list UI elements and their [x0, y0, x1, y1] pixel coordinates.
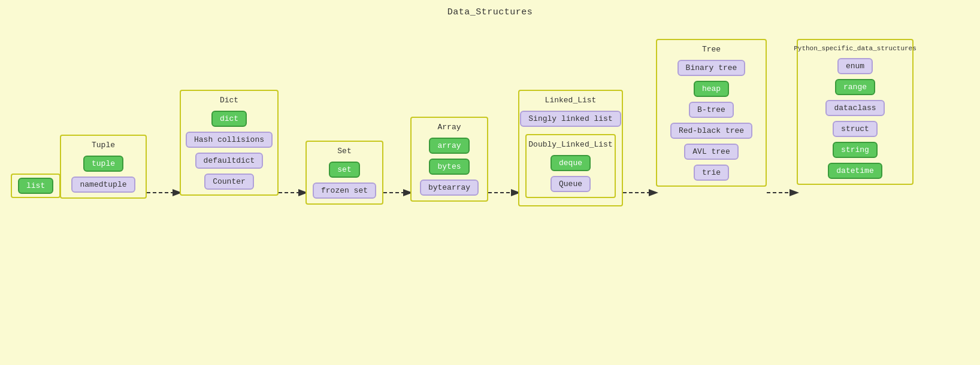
defaultdict-chip: defaultdict [195, 153, 264, 169]
binary-tree-chip: Binary tree [677, 60, 746, 76]
datetime-chip: datetime [828, 163, 882, 179]
python-title: Python_specific_data_structures [794, 45, 917, 52]
set-chip: set [329, 162, 359, 178]
linked-list-title: Linked_List [545, 96, 597, 105]
doubly-title: Doubly_Linked_List [528, 140, 612, 149]
array-box: Array array bytes bytearray [410, 117, 488, 202]
tree-title: Tree [702, 45, 721, 54]
list-node: list [11, 174, 61, 198]
diagram-title: Data_Structures [0, 0, 980, 17]
tuple-title: Tuple [92, 141, 115, 150]
string-chip: string [833, 142, 878, 158]
hash-collisions-chip: Hash collisions [186, 132, 273, 148]
range-chip: range [835, 79, 875, 95]
avl-tree-chip: AVL tree [684, 144, 738, 160]
bytes-chip: bytes [429, 159, 469, 175]
array-title: Array [437, 123, 461, 132]
tuple-box: Tuple tuple namedtuple [60, 135, 147, 199]
namedtuple-chip: namedtuple [71, 177, 135, 193]
heap-chip: heap [694, 81, 729, 97]
tree-box: Tree Binary tree heap B-tree Red-black t… [656, 39, 767, 187]
queue-chip: Queue [551, 176, 591, 192]
red-black-tree-chip: Red-black tree [670, 123, 752, 139]
dict-box: Dict dict Hash collisions defaultdict Co… [180, 90, 279, 196]
doubly-linked-list-subbox: Doubly_Linked_List deque Queue [525, 134, 616, 198]
python-specific-box: Python_specific_data_structures enum ran… [797, 39, 914, 185]
dict-chip: dict [211, 111, 247, 127]
tuple-chip: tuple [83, 156, 123, 172]
singly-linked-list-chip: Singly linked list [520, 111, 621, 127]
dataclass-chip: dataclass [825, 100, 884, 116]
set-title: Set [337, 147, 351, 156]
b-tree-chip: B-tree [689, 102, 734, 118]
set-box: Set set frozen set [306, 141, 383, 205]
enum-chip: enum [837, 58, 873, 74]
deque-chip: deque [551, 155, 591, 171]
bytearray-chip: bytearray [420, 180, 479, 196]
dict-title: Dict [220, 96, 238, 105]
list-chip: list [18, 178, 53, 194]
array-chip: array [429, 138, 469, 154]
counter-chip: Counter [204, 174, 254, 190]
trie-chip: trie [694, 165, 729, 181]
linked-list-box: Linked_List Singly linked list Doubly_Li… [518, 90, 623, 206]
struct-chip: struct [833, 121, 878, 137]
frozen-set-chip: frozen set [313, 182, 376, 199]
